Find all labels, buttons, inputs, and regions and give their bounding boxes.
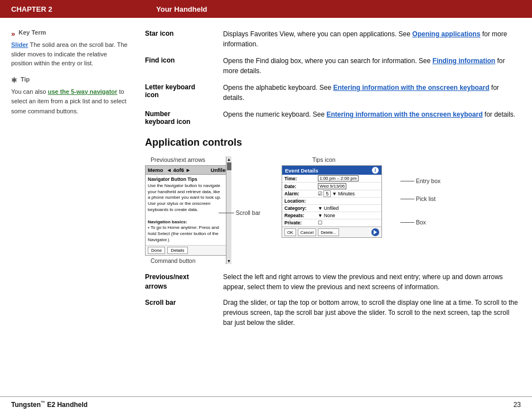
event-window: Event Details i Time: 1:00 pm – 2:00 pm … bbox=[282, 165, 382, 238]
alarm-value: ☑ 5 ▼ Minutes bbox=[318, 191, 355, 197]
slider-term: Slider bbox=[11, 41, 28, 48]
find-icon-label: Find icon bbox=[145, 56, 223, 64]
main-content: » Key Term Slider The solid area on the … bbox=[0, 18, 532, 396]
footer-product-name: Tungsten™ E2 Handheld bbox=[11, 400, 88, 409]
memo-done-button[interactable]: Done bbox=[148, 247, 165, 254]
keyterm-header: » Key Term bbox=[11, 29, 128, 38]
memo-details-button[interactable]: Details bbox=[167, 247, 187, 254]
pick-list-text: Pick list bbox=[416, 195, 436, 202]
scroll-down-arrow[interactable]: ▼ bbox=[227, 259, 231, 263]
event-row-location: Location: bbox=[282, 198, 381, 205]
section-title: Application controls bbox=[145, 137, 521, 148]
scroll-bar-desc-label: Scroll bar bbox=[145, 298, 223, 308]
scrollbar-text: Scroll bar bbox=[236, 209, 260, 216]
nav-arrow-icon bbox=[374, 230, 377, 234]
delete-button[interactable]: Delete... bbox=[318, 228, 339, 236]
icon-row-number-keyboard: Numberkeyboard icon Opens the numeric ke… bbox=[145, 109, 521, 126]
time-label: Time: bbox=[284, 176, 318, 181]
star-icon-desc: Displays Favorites View, where you can o… bbox=[223, 29, 521, 49]
number-keyboard-desc: Opens the numeric keyboard. See Entering… bbox=[223, 109, 521, 119]
tip-label: Tip bbox=[21, 76, 30, 83]
entry-box-label: Entry box bbox=[400, 178, 441, 184]
event-titlebar: Event Details i bbox=[282, 166, 381, 175]
left-diagram: Previous/next arrows Memo ◄ 4of6 ► Unfil… bbox=[145, 156, 231, 264]
ok-button[interactable]: OK bbox=[284, 228, 296, 236]
time-value[interactable]: 1:00 pm – 2:00 pm bbox=[318, 175, 359, 181]
event-footer: OK Cancel Delete... bbox=[282, 227, 381, 237]
footer-product-bold: Tungsten™ E2 Handheld bbox=[11, 401, 88, 409]
date-value[interactable]: Wed 9/13/06 bbox=[318, 183, 346, 189]
event-row-date: Date: Wed 9/13/06 bbox=[282, 183, 381, 190]
cancel-button[interactable]: Cancel bbox=[298, 228, 316, 236]
tip-header: ✱ Tip bbox=[11, 76, 128, 85]
event-title: Event Details bbox=[285, 167, 318, 174]
box-label: Box bbox=[400, 219, 441, 226]
info-icon[interactable]: i bbox=[372, 167, 379, 174]
event-row-private: Private: ☐ bbox=[282, 219, 381, 227]
category-label: Category: bbox=[284, 205, 318, 211]
prev-next-label: Previous/next arrows bbox=[151, 156, 231, 163]
alarm-minutes[interactable]: 5 bbox=[323, 190, 331, 197]
event-nav-icon[interactable] bbox=[371, 228, 379, 236]
find-icon-desc: Opens the Find dialog box, where you can… bbox=[223, 56, 521, 76]
location-label: Location: bbox=[284, 198, 318, 204]
footer: Tungsten™ E2 Handheld 23 bbox=[0, 396, 532, 412]
private-label: Private: bbox=[284, 220, 318, 226]
event-row-time: Time: 1:00 pm – 2:00 pm bbox=[282, 175, 381, 183]
event-row-alarm: Alarm: ☑ 5 ▼ Minutes bbox=[282, 190, 381, 198]
star-icon-label: Star icon bbox=[145, 29, 223, 37]
content: Star icon Displays Favorites View, where… bbox=[139, 29, 521, 396]
keyterm-label: Key Term bbox=[18, 29, 46, 36]
memo-title: Memo bbox=[148, 167, 163, 173]
header-title: Your Handheld bbox=[156, 5, 207, 13]
icon-row-find: Find icon Opens the Find dialog box, whe… bbox=[145, 56, 521, 76]
slider-desc: The solid area on the scroll bar. The sl… bbox=[11, 41, 128, 66]
entry-box-text: Entry box bbox=[416, 178, 441, 184]
memo-lines: Use the Navigator button to navigate you… bbox=[148, 183, 229, 243]
entry-box-line bbox=[400, 181, 414, 181]
category-value[interactable]: ▼ Unfiled bbox=[318, 205, 338, 211]
icon-row-star: Star icon Displays Favorites View, where… bbox=[145, 29, 521, 49]
icon-row-letter-keyboard: Letter keyboardicon Opens the alphabetic… bbox=[145, 83, 521, 103]
repeats-label: Repeats: bbox=[284, 213, 318, 218]
desc-row-prev-next: Previous/nextarrows Select the left and … bbox=[145, 272, 521, 292]
event-row-repeats: Repeats: ▼ None bbox=[282, 212, 381, 219]
memo-footer: Done Details bbox=[146, 245, 231, 255]
private-checkbox[interactable]: ☐ bbox=[318, 220, 322, 226]
sidebar: » Key Term Slider The solid area on the … bbox=[11, 29, 139, 396]
repeats-value[interactable]: ▼ None bbox=[318, 213, 335, 218]
prev-next-arrows-desc: Select the left and right arrows to view… bbox=[223, 272, 521, 292]
diagrams-area: Previous/next arrows Memo ◄ 4of6 ► Unfil… bbox=[145, 156, 521, 264]
number-keyboard-label: Numberkeyboard icon bbox=[145, 109, 223, 126]
pick-list-line bbox=[400, 199, 414, 199]
keyterm-icon: » bbox=[11, 30, 15, 38]
tip-text-before: You can also bbox=[11, 88, 48, 95]
pick-list-label: Pick list bbox=[400, 195, 441, 202]
memo-titlebar: Memo ◄ 4of6 ► Unfiled bbox=[146, 166, 231, 175]
memo-counter: ◄ 4of6 ► bbox=[166, 167, 191, 173]
opening-applications-link[interactable]: Opening applications bbox=[412, 30, 480, 38]
letter-keyboard-desc: Opens the alphabetic keyboard. See Enter… bbox=[223, 83, 521, 103]
prev-next-arrows-label: Previous/nextarrows bbox=[145, 272, 223, 291]
footer-page-number: 23 bbox=[514, 401, 521, 409]
desc-row-scrollbar: Scroll bar Drag the slider, or tap the t… bbox=[145, 298, 521, 328]
scrollbar-line bbox=[219, 213, 234, 213]
finding-information-link[interactable]: Finding information bbox=[433, 57, 496, 65]
box-line bbox=[400, 222, 414, 223]
tip-link[interactable]: use the 5-way navigator bbox=[48, 88, 118, 95]
tips-icon-label: Tips icon bbox=[312, 156, 382, 163]
icon-table: Star icon Displays Favorites View, where… bbox=[145, 29, 521, 126]
keyterm-text: Slider The solid area on the scroll bar.… bbox=[11, 40, 128, 68]
scroll-bar-desc-text: Drag the slider, or tap the top or botto… bbox=[223, 298, 521, 328]
scroll-up-arrow[interactable]: ▲ bbox=[227, 157, 231, 161]
command-btn-label: Command button bbox=[151, 257, 231, 264]
memo-line-1: Navigator Button Tips bbox=[148, 176, 229, 183]
side-labels: Entry box Pick list Box bbox=[400, 178, 441, 226]
header-chapter: CHAPTER 2 bbox=[11, 5, 156, 13]
entering-info-keyboard-link-1[interactable]: Entering information with the onscreen k… bbox=[333, 84, 489, 92]
scroll-slider[interactable] bbox=[227, 162, 231, 170]
right-diagram: Tips icon Event Details i Time: 1:00 pm … bbox=[282, 156, 382, 264]
memo-titlebar-left: Memo ◄ 4of6 ► bbox=[148, 167, 191, 173]
entering-info-keyboard-link-2[interactable]: Entering information with the onscreen k… bbox=[326, 111, 482, 118]
header: CHAPTER 2 Your Handheld bbox=[0, 0, 532, 18]
